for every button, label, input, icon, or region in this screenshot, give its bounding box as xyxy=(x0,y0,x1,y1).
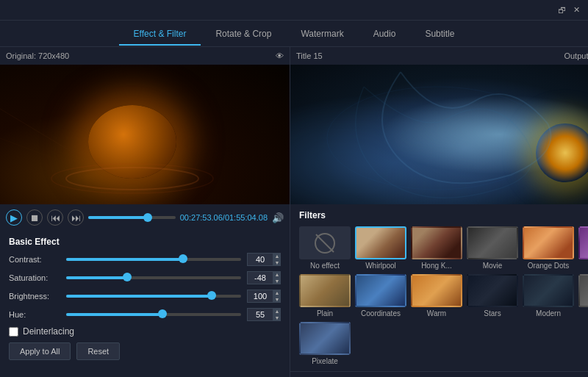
filters-grid: No effect Whirlpool Hong K... Movie xyxy=(299,226,588,365)
saturation-slider[interactable] xyxy=(66,276,241,279)
hue-up[interactable]: ▲ xyxy=(273,308,281,315)
eye-icon[interactable]: 👁 xyxy=(276,51,284,60)
filter-coordinates[interactable]: Coordinates xyxy=(355,274,406,317)
filter-orangedots-label: Orange Dots xyxy=(528,262,570,270)
svg-point-0 xyxy=(66,168,198,190)
transport-bar: ▶ ⏹ ⏮ ⏭ 00:27:53.06/01:55:04.08 🔊 xyxy=(0,204,290,231)
filter-whirlpool[interactable]: Whirlpool xyxy=(355,226,406,270)
contrast-input[interactable] xyxy=(247,253,273,266)
hue-down[interactable]: ▼ xyxy=(273,315,281,321)
filter-pixelate[interactable]: Pixelate xyxy=(299,322,351,365)
filter-modern-thumb xyxy=(523,274,574,307)
filter-warm-thumb xyxy=(411,274,462,307)
filter-purple-thumb xyxy=(578,226,588,259)
no-effect-thumb xyxy=(299,226,351,259)
right-panel: Title 15 Output: 3840x2160 Filters xyxy=(290,47,588,377)
tab-bar: Effect & Filter Rotate & Crop Watermark … xyxy=(0,21,588,47)
filter-warm[interactable]: Warm xyxy=(411,274,462,317)
contrast-input-group: ▲ ▼ xyxy=(247,253,281,266)
hue-row: Hue: ▲ ▼ xyxy=(9,308,281,321)
brightness-input-group: ▲ ▼ xyxy=(247,290,281,303)
brightness-input[interactable] xyxy=(247,290,273,303)
video-canvas xyxy=(0,65,290,204)
restore-button[interactable]: 🗗 xyxy=(556,4,567,16)
saturation-label: Saturation: xyxy=(9,273,60,282)
hue-input-group: ▲ ▼ xyxy=(247,308,281,321)
right-info-bar: Title 15 Output: 3840x2160 xyxy=(290,47,588,65)
deinterlacing-checkbox[interactable] xyxy=(9,327,18,337)
contrast-label: Contrast: xyxy=(9,255,60,264)
contrast-up[interactable]: ▲ xyxy=(273,253,281,259)
contrast-row: Contrast: ▲ ▼ xyxy=(9,253,281,266)
prev-button[interactable]: ⏮ xyxy=(47,209,63,226)
contrast-slider[interactable] xyxy=(66,258,241,261)
filter-gray-thumb xyxy=(578,274,588,307)
hue-input[interactable] xyxy=(247,308,273,321)
next-button[interactable]: ⏭ xyxy=(68,209,84,226)
filter-hongk[interactable]: Hong K... xyxy=(411,226,462,270)
reset-button[interactable]: Reset xyxy=(76,342,120,360)
brightness-up[interactable]: ▲ xyxy=(273,290,281,296)
brightness-spinners: ▲ ▼ xyxy=(273,290,281,303)
saturation-up[interactable]: ▲ xyxy=(273,271,281,278)
filter-stars[interactable]: Stars xyxy=(467,274,518,317)
filter-orangedots-thumb xyxy=(523,226,574,259)
stop-button[interactable]: ⏹ xyxy=(26,209,43,226)
filters-section: Filters No effect Whirlpool Hon xyxy=(290,204,588,371)
hue-spinners: ▲ ▼ xyxy=(273,308,281,321)
play-button[interactable]: ▶ xyxy=(6,209,22,226)
brightness-label: Brightness: xyxy=(9,292,60,301)
filter-orangedots[interactable]: Orange Dots xyxy=(523,226,574,270)
tab-effect-filter[interactable]: Effect & Filter xyxy=(119,23,201,45)
saturation-input[interactable] xyxy=(247,271,273,284)
saturation-down[interactable]: ▼ xyxy=(273,278,281,284)
filter-modern[interactable]: Modern xyxy=(523,274,574,317)
tab-audio[interactable]: Audio xyxy=(359,23,411,45)
brightness-down[interactable]: ▼ xyxy=(273,296,281,303)
slash-circle-icon xyxy=(315,233,335,254)
progress-slider[interactable] xyxy=(88,216,176,219)
scene-overlay xyxy=(0,65,290,204)
filter-purple[interactable]: Purple xyxy=(578,226,588,270)
tab-subtitle[interactable]: Subtitle xyxy=(410,23,469,45)
filter-coordinates-label: Coordinates xyxy=(361,309,401,317)
saturation-fill xyxy=(66,276,127,279)
filter-pixelate-thumb xyxy=(299,322,351,355)
filter-plain[interactable]: Plain xyxy=(299,274,351,317)
right-video-preview xyxy=(290,65,588,204)
filter-gray[interactable]: Gray xyxy=(578,274,588,317)
filter-stars-label: Stars xyxy=(484,309,501,317)
close-button[interactable]: ✕ xyxy=(570,4,582,16)
left-video-preview xyxy=(0,65,290,204)
basic-effect-panel: Basic Effect Contrast: ▲ ▼ xyxy=(0,231,290,377)
svg-line-3 xyxy=(0,138,59,160)
volume-icon[interactable]: 🔊 xyxy=(272,212,284,223)
tab-watermark[interactable]: Watermark xyxy=(286,23,358,45)
filter-movie-label: Movie xyxy=(483,262,503,270)
brightness-fill xyxy=(66,295,212,298)
contrast-fill xyxy=(66,258,183,261)
filter-stars-thumb xyxy=(467,274,518,307)
hue-slider[interactable] xyxy=(66,313,241,316)
contrast-down[interactable]: ▼ xyxy=(273,259,281,266)
bottom-bar: Reset All Ok Cancel xyxy=(290,371,588,377)
filter-modern-label: Modern xyxy=(536,309,561,317)
filter-no-effect-label: No effect xyxy=(310,262,340,270)
svg-point-4 xyxy=(327,87,548,190)
tab-rotate-crop[interactable]: Rotate & Crop xyxy=(201,23,286,45)
saturation-thumb xyxy=(123,273,132,281)
main-body: Original: 720x480 👁 ▶ ⏹ ⏮ ⏭ xyxy=(0,47,588,377)
right-video-canvas xyxy=(290,65,588,204)
time-display: 00:27:53.06/01:55:04.08 xyxy=(180,213,268,222)
brightness-thumb xyxy=(207,291,216,300)
brightness-row: Brightness: ▲ ▼ xyxy=(9,290,281,303)
brightness-slider[interactable] xyxy=(66,295,241,298)
filter-movie-thumb xyxy=(467,226,518,259)
hue-label: Hue: xyxy=(9,310,60,319)
filter-movie[interactable]: Movie xyxy=(467,226,518,270)
original-info-bar: Original: 720x480 👁 xyxy=(0,47,290,65)
apply-to-all-button[interactable]: Apply to All xyxy=(9,342,71,360)
progress-thumb xyxy=(143,213,152,222)
filter-no-effect[interactable]: No effect xyxy=(299,226,351,270)
filter-whirlpool-thumb xyxy=(355,226,406,259)
